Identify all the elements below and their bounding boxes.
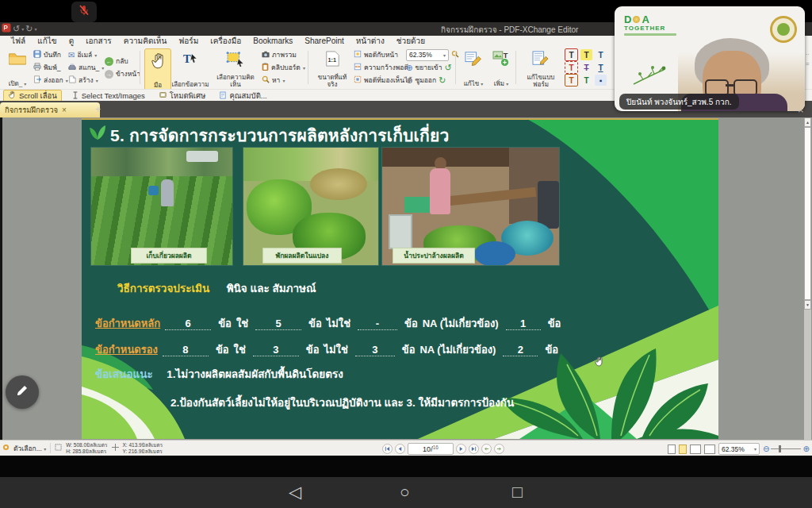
next-page-button[interactable] [456, 444, 466, 454]
menu-document[interactable]: เอกสาร [86, 35, 112, 47]
overview-button[interactable]: ภาพรวม [262, 49, 305, 60]
scan-button[interactable]: สแกน_ ▾ [68, 62, 104, 73]
rotate-cw-icon[interactable]: ↻ [439, 75, 446, 86]
text-style-tool-icon[interactable]: T [580, 75, 592, 86]
find-dropdown-icon[interactable]: ▾ [282, 78, 285, 83]
hand-tool-button[interactable]: มือ [144, 48, 171, 92]
zoom-in-button[interactable]: ⊕ขยายเข้า ↺ [406, 62, 459, 73]
rotate-ccw-icon[interactable]: ↺ [444, 63, 451, 73]
undo-button[interactable]: ↺ [13, 24, 20, 34]
underline-text-tool-icon[interactable]: T [595, 62, 607, 73]
open-button[interactable]: เปิด_ ▾ [2, 48, 33, 90]
fit-width-button[interactable]: ความกว้างพอดี [354, 62, 412, 73]
zoom-slider-plus-icon[interactable]: ⊕ [802, 445, 809, 453]
undo-dropdown-icon[interactable]: ▾ [21, 26, 24, 32]
save-button[interactable]: บันทึก [33, 49, 68, 60]
add-button[interactable]: T เพิ่ม ▾ [488, 48, 514, 90]
redo-button[interactable]: ↻ [25, 24, 33, 34]
page-navigation: 10/16 [382, 443, 504, 455]
last-page-button[interactable] [469, 444, 479, 454]
single-page-layout-icon[interactable] [668, 444, 676, 454]
options-button[interactable]: ตัวเลือก... ▾ [13, 443, 46, 454]
add-dropdown-icon[interactable]: ▾ [506, 82, 508, 87]
redact-text-tool-icon[interactable]: T [565, 61, 578, 74]
forward-button[interactable]: →ข้างหน้า [105, 68, 140, 79]
android-back-icon[interactable]: ◁ [289, 482, 301, 502]
actual-size-button[interactable]: 1:1 ขนาดที่แท้จริง [312, 48, 352, 90]
text-callout-tool-icon[interactable]: T [595, 49, 607, 60]
two-page-layout-icon[interactable] [690, 444, 701, 454]
zoom-slider-thumb[interactable] [779, 445, 781, 452]
properties-button[interactable]: คุณสมบัติ... [216, 90, 270, 102]
menu-tools[interactable]: เครื่องมือ [210, 35, 241, 47]
strikeout-text-tool-icon[interactable]: T [580, 62, 592, 73]
page-current: 10 [423, 445, 431, 453]
edit-button[interactable]: แก้ไข ▾ [460, 48, 487, 90]
zoom-slider-track[interactable] [771, 448, 801, 449]
menu-form[interactable]: ฟอร์ม [178, 35, 198, 47]
scan-dropdown-icon[interactable]: ▾ [102, 65, 104, 71]
clipboard-button[interactable]: คลิปบอร์ด ▾ [262, 62, 305, 73]
scroll-down-icon[interactable]: ▼ [804, 300, 811, 310]
menu-view[interactable]: ดู [69, 35, 75, 47]
zoom-slider-minus-icon[interactable]: ⊖ [763, 445, 769, 453]
zoom-level-combo[interactable]: 62.35%▾ [406, 49, 449, 61]
menu-file[interactable]: ไฟล์ [11, 35, 25, 47]
highlight-text-tool-icon[interactable]: T [580, 49, 592, 60]
continuous-layout-icon[interactable] [679, 444, 687, 454]
select-text-button[interactable]: T เลือกข้อความ [170, 48, 211, 90]
page-number-input[interactable]: 10/16 [408, 443, 454, 455]
select-text-images-button[interactable]: Select Text/Images [68, 90, 149, 102]
text-box-tool-icon[interactable]: T [565, 48, 578, 61]
clipboard-dropdown-icon[interactable]: ▾ [303, 65, 305, 71]
create-dropdown-icon[interactable]: ▾ [96, 78, 98, 83]
scroll-up-icon[interactable]: ▲ [804, 117, 811, 127]
tab-active-document[interactable]: กิจกรรมฝึกตรวจ × [0, 102, 100, 117]
typewriter-tool-icon[interactable]: T [565, 74, 578, 87]
statusbar-zoom-dropdown-icon[interactable]: ▾ [754, 446, 756, 452]
options-dropdown-icon[interactable]: ▾ [44, 447, 46, 452]
tab-close-icon[interactable]: × [62, 106, 67, 114]
back-button[interactable]: ←กลับ [105, 56, 140, 67]
webcam-overlay[interactable]: D A TOGETHER ปิยนันท์ พวงจันทร์_สวพ.5 กว… [615, 6, 805, 111]
create-button[interactable]: สร้าง ▾ [68, 75, 104, 86]
edit-form-button[interactable]: แก้ไขแบบฟอร์ม [519, 48, 563, 90]
text-select-tool-icon[interactable]: ▪ [595, 75, 607, 86]
scrollbar-thumb[interactable] [804, 127, 811, 300]
menu-help[interactable]: ช่วยด้วย [396, 35, 425, 47]
export-button[interactable]: ส่งออก ▾ [33, 75, 68, 86]
zoom-combo-dropdown-icon[interactable]: ▾ [443, 52, 446, 58]
two-page-continuous-layout-icon[interactable] [704, 444, 715, 454]
menu-window[interactable]: หน้าต่าง [356, 35, 385, 47]
fit-visible-button[interactable]: พอดีที่มองเห็นได้ [354, 75, 412, 86]
menu-sharepoint[interactable]: SharePoint [304, 37, 343, 45]
annotate-fab-button[interactable] [6, 375, 39, 409]
special-mode-button[interactable]: โหมดพิเศษ [155, 90, 210, 102]
edit-dropdown-icon[interactable]: ▾ [481, 82, 483, 87]
statusbar-separator [50, 443, 51, 453]
select-comments-button[interactable]: เลือกความคิดเห็น [211, 48, 260, 90]
print-button[interactable]: พิมพ์_ [33, 62, 68, 73]
next-view-button[interactable] [494, 444, 504, 454]
previous-page-button[interactable] [395, 444, 405, 454]
menu-bookmarks[interactable]: Bookmarks [253, 37, 293, 45]
zoom-out-button[interactable]: ⊖ซูมออก ↻ [406, 75, 459, 86]
email-dropdown-icon[interactable]: ▾ [94, 52, 97, 58]
fit-page-button[interactable]: พอดีกับหน้า [354, 49, 412, 60]
statusbar-zoom-combo[interactable]: 62.35%▾ [718, 443, 760, 455]
first-page-button[interactable] [382, 444, 393, 454]
new-tab-button[interactable]: + [95, 105, 101, 114]
menu-comments[interactable]: ความคิดเห็น [124, 35, 167, 47]
open-dropdown-icon[interactable]: ▾ [24, 82, 26, 87]
android-home-icon[interactable]: ○ [400, 482, 410, 502]
email-button[interactable]: ✉อีเมล์ ▾ [68, 49, 104, 60]
muted-mic-button[interactable] [71, 2, 97, 22]
redo-dropdown-icon[interactable]: ▾ [34, 26, 36, 32]
previous-view-button[interactable] [481, 444, 492, 454]
logo-letter-d: D [624, 14, 631, 25]
menu-edit[interactable]: แก้ไข [37, 35, 56, 47]
pdf-page[interactable]: 5. การจัดการกระบวนการผลิตหลังการเก็บเกี่… [82, 118, 718, 439]
find-button[interactable]: หา ▾ [262, 75, 305, 86]
vertical-scrollbar[interactable]: ▲ ▼ [804, 117, 811, 440]
android-recents-icon[interactable]: □ [512, 482, 523, 502]
